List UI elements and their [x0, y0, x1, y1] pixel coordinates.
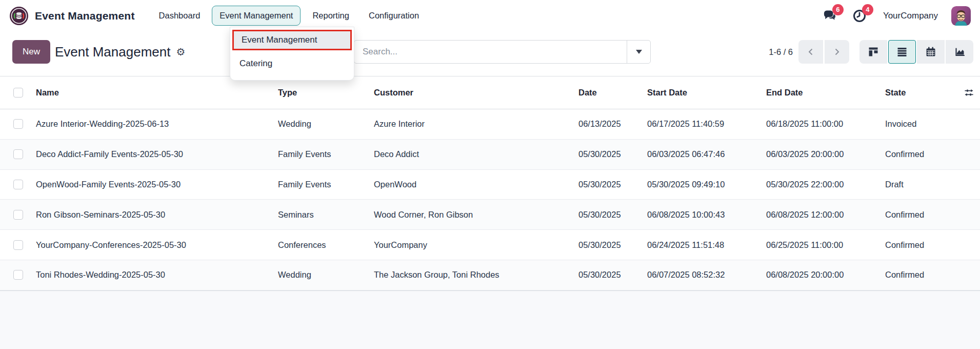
calendar-icon: [925, 46, 936, 57]
main-menu: Dashboard Event Management Reporting Con…: [151, 6, 427, 26]
cell-type: Conferences: [278, 240, 374, 250]
pager-previous-button[interactable]: [798, 40, 823, 64]
search-input[interactable]: [354, 41, 627, 63]
activities-badge: 4: [862, 4, 873, 15]
cell-end-date: 06/08/2025 20:00:00: [766, 270, 885, 280]
column-header-state[interactable]: State: [885, 88, 964, 98]
row-checkbox-cell: [0, 240, 29, 250]
search-dropdown-toggle[interactable]: [627, 41, 650, 63]
cell-date: 05/30/2025: [578, 210, 647, 220]
view-switcher: [859, 40, 973, 64]
chevron-right-icon: [833, 48, 841, 56]
cell-date: 05/30/2025: [578, 180, 647, 189]
content-background: [0, 290, 980, 349]
list-view-button[interactable]: [888, 40, 916, 64]
cell-start-date: 05/30/2025 09:49:10: [647, 180, 766, 189]
cell-name: Ron Gibson-Seminars-2025-05-30: [29, 210, 278, 220]
top-navbar: Event Management Dashboard Event Managem…: [0, 0, 980, 31]
kanban-view-button[interactable]: [859, 40, 887, 64]
column-header-type[interactable]: Type: [278, 88, 374, 98]
cell-customer: Azure Interior: [374, 119, 578, 129]
event-table-body: Azure Interior-Wedding-2025-06-13Wedding…: [0, 109, 980, 290]
cell-type: Wedding: [278, 119, 374, 129]
column-header-customer[interactable]: Customer: [374, 88, 578, 98]
dropdown-item-event-management[interactable]: Event Management: [232, 30, 352, 50]
cell-end-date: 06/25/2025 11:00:00: [766, 240, 885, 250]
breadcrumb: Event Management ⚙: [55, 40, 185, 64]
table-row[interactable]: Ron Gibson-Seminars-2025-05-30SeminarsWo…: [0, 200, 980, 230]
cell-name: OpenWood-Family Events-2025-05-30: [29, 180, 278, 189]
cell-start-date: 06/08/2025 10:00:43: [647, 210, 766, 220]
list-icon: [896, 46, 908, 57]
cell-customer: YourCompany: [374, 240, 578, 250]
row-checkbox[interactable]: [13, 240, 23, 250]
app-title: Event Management: [35, 10, 135, 22]
cell-name: Toni Rhodes-Wedding-2025-05-30: [29, 270, 278, 280]
messages-button[interactable]: 6: [822, 8, 838, 24]
optional-columns-button[interactable]: [964, 88, 980, 98]
cell-customer: The Jackson Group, Toni Rhodes: [374, 270, 578, 280]
event-management-dropdown-menu: Event Management Catering: [230, 27, 354, 81]
row-checkbox-cell: [0, 270, 29, 280]
row-checkbox[interactable]: [13, 119, 23, 129]
gear-icon[interactable]: ⚙: [176, 47, 185, 57]
cell-customer: Wood Corner, Ron Gibson: [374, 210, 578, 220]
graph-view-button[interactable]: [946, 40, 973, 64]
messages-badge: 6: [832, 4, 844, 15]
menu-item-configuration[interactable]: Configuration: [361, 6, 427, 26]
user-avatar[interactable]: [951, 6, 971, 26]
row-checkbox[interactable]: [13, 180, 23, 189]
menu-item-dashboard[interactable]: Dashboard: [151, 6, 208, 26]
cell-date: 06/13/2025: [578, 119, 647, 129]
menu-item-event-management[interactable]: Event Management: [212, 6, 301, 26]
cell-state: Invoiced: [885, 119, 964, 129]
cell-date: 05/30/2025: [578, 149, 647, 159]
list-view: Name Type Customer Date Start Date End D…: [0, 76, 980, 290]
select-all-checkbox[interactable]: [13, 88, 23, 98]
area-chart-icon: [954, 46, 965, 57]
table-row[interactable]: OpenWood-Family Events-2025-05-30Family …: [0, 170, 980, 200]
dropdown-item-catering[interactable]: Catering: [230, 53, 354, 74]
calendar-view-button[interactable]: [917, 40, 945, 64]
row-checkbox[interactable]: [13, 210, 23, 220]
chevron-left-icon: [807, 48, 815, 56]
menu-item-reporting[interactable]: Reporting: [305, 6, 357, 26]
cell-state: Draft: [885, 180, 964, 189]
table-row[interactable]: Toni Rhodes-Wedding-2025-05-30WeddingThe…: [0, 260, 980, 290]
cell-end-date: 06/08/2025 12:00:00: [766, 210, 885, 220]
cell-date: 05/30/2025: [578, 240, 647, 250]
cell-type: Family Events: [278, 149, 374, 159]
pager-range: 1-6 / 6: [734, 40, 793, 64]
row-checkbox[interactable]: [13, 149, 23, 159]
cell-type: Family Events: [278, 180, 374, 189]
row-checkbox-cell: [0, 119, 29, 129]
cell-start-date: 06/24/2025 11:51:48: [647, 240, 766, 250]
table-row[interactable]: Azure Interior-Wedding-2025-06-13Wedding…: [0, 109, 980, 140]
column-header-date[interactable]: Date: [578, 88, 647, 98]
cell-state: Confirmed: [885, 270, 964, 280]
cell-end-date: 06/18/2025 11:00:00: [766, 119, 885, 129]
row-checkbox-cell: [0, 149, 29, 159]
kanban-icon: [868, 46, 879, 57]
row-checkbox[interactable]: [13, 270, 23, 280]
table-row[interactable]: YourCompany-Conferences-2025-05-30Confer…: [0, 230, 980, 260]
pager-buttons: [798, 40, 849, 64]
cell-name: YourCompany-Conferences-2025-05-30: [29, 240, 278, 250]
cell-type: Wedding: [278, 270, 374, 280]
cell-customer: OpenWood: [374, 180, 578, 189]
company-switcher[interactable]: YourCompany: [883, 11, 938, 21]
column-header-name[interactable]: Name: [29, 88, 278, 98]
column-header-end-date[interactable]: End Date: [766, 88, 885, 98]
cell-customer: Deco Addict: [374, 149, 578, 159]
activities-button[interactable]: 4: [851, 8, 868, 24]
page-title: Event Management: [55, 44, 170, 60]
row-checkbox-cell: [0, 210, 29, 220]
new-button[interactable]: New: [12, 40, 50, 64]
cell-start-date: 06/07/2025 08:52:32: [647, 270, 766, 280]
row-checkbox-cell: [0, 180, 29, 189]
pager-next-button[interactable]: [825, 40, 849, 64]
column-header-start-date[interactable]: Start Date: [647, 88, 766, 98]
table-row[interactable]: Deco Addict-Family Events-2025-05-30Fami…: [0, 140, 980, 170]
app-logo-icon[interactable]: [9, 6, 29, 26]
cell-date: 05/30/2025: [578, 270, 647, 280]
